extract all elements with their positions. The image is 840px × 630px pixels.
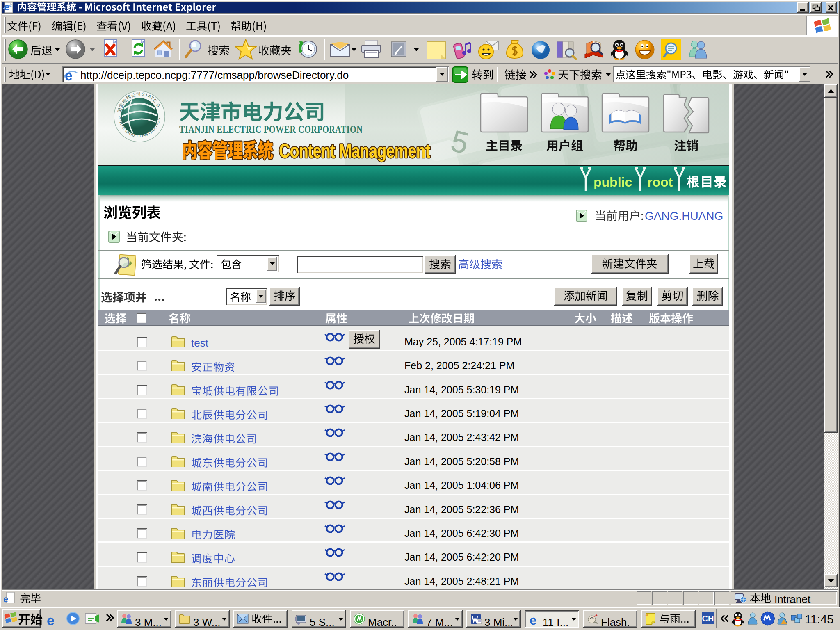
svg-text:CH: CH xyxy=(702,614,714,623)
